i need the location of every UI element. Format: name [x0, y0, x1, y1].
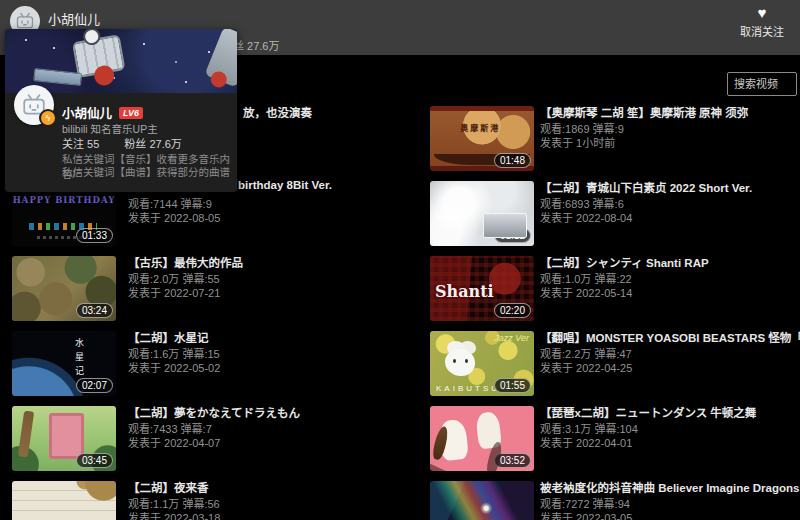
video-title[interactable]: 【二胡】夢をかなえてドラえもん: [128, 404, 400, 420]
thumbnail-text-2: Jazz Ver: [494, 333, 529, 343]
stars-decoration: [25, 39, 27, 41]
profile-avatar[interactable]: [14, 85, 54, 125]
video-date: 发表于 2022-04-07: [128, 434, 220, 450]
video-thumbnail[interactable]: 奥摩斯港 01:48: [430, 106, 534, 171]
duration-badge: 01:48: [494, 153, 531, 168]
video-title[interactable]: 【二胡】夜来香: [128, 479, 400, 495]
video-title[interactable]: 【古乐】最伟大的作品: [128, 254, 400, 270]
thumbnail-text: HAPPY BIRTHDAY: [12, 195, 116, 205]
thumbnail-text: Shanti: [435, 282, 494, 301]
video-item[interactable]: 01:12 【二胡】青城山下白素贞 2022 Short Ver. 观看:689…: [430, 178, 800, 253]
search-input[interactable]: [727, 72, 797, 96]
video-thumbnail[interactable]: 01:12: [430, 181, 534, 246]
video-title[interactable]: 【翻唱】MONSTER YOASOBI BEASTARS 怪物「Kaibutsu…: [540, 329, 800, 345]
video-item[interactable]: 03:52 【琵琶x二胡】ニュートンダンス 牛顿之舞 观看:3.1万 弹幕:10…: [430, 403, 800, 478]
duration-badge: 02:07: [76, 378, 113, 393]
video-date: 发表于 1小时前: [540, 134, 615, 150]
character-illustration: [82, 29, 102, 46]
video-thumbnail[interactable]: Shanti 02:20: [430, 256, 534, 321]
duration-badge: 02:20: [494, 303, 531, 318]
video-item[interactable]: 03:45 【二胡】夢をかなえてドラえもん 观看:7433 弹幕:7 发表于 2…: [12, 403, 402, 478]
profile-banner: [5, 29, 237, 93]
video-date: 发表于 2022-08-05: [128, 209, 220, 225]
video-item[interactable]: 被老衲度化的抖音神曲 Believer Imagine Dragons 观看:7…: [430, 478, 800, 520]
rabbit-eyes-decoration: [453, 359, 456, 363]
username: 小胡仙儿: [48, 9, 100, 28]
profile-card: 小胡仙儿 LV6 bilibili 知名音乐UP主 关注 55 粉丝 27.6万…: [5, 29, 237, 192]
video-title[interactable]: 【二胡】シャンティ Shanti RAP: [540, 254, 800, 270]
level-badge: LV6: [119, 107, 143, 119]
duration-badge: 01:33: [76, 228, 113, 243]
video-date: 发表于 2022-04-25: [540, 359, 632, 375]
video-item[interactable]: 【二胡】夜来香 观看:1.1万 弹幕:56 发表于 2022-03-18: [12, 478, 402, 520]
unfollow-label: 取消关注: [730, 23, 794, 39]
video-item[interactable]: 03:24 【古乐】最伟大的作品 观看:2.0万 弹幕:55 发表于 2022-…: [12, 253, 402, 328]
satellite-illustration: [58, 32, 130, 85]
video-title[interactable]: 【二胡】水星记: [128, 329, 400, 345]
bio-line-2: 私信关键词【曲谱】获得部分的曲谱: [62, 164, 230, 179]
video-date: 发表于 2022-03-05: [540, 509, 632, 520]
video-item[interactable]: KAIBUTSU Jazz Ver 01:55 【翻唱】MONSTER YOAS…: [430, 328, 800, 403]
profile-stats: 关注 55 粉丝 27.6万: [62, 135, 204, 151]
duration-badge: 03:45: [76, 453, 113, 468]
solar-panel: [33, 68, 82, 86]
followers-stat[interactable]: 粉丝 27.6万: [124, 138, 181, 150]
video-thumbnail[interactable]: 03:45: [12, 406, 116, 471]
thumbnail-text: 奥摩斯港: [460, 122, 500, 133]
profile-subtitle: bilibili 知名音乐UP主: [62, 121, 158, 136]
video-thumbnail[interactable]: [430, 481, 534, 520]
video-thumbnail[interactable]: [12, 481, 116, 520]
video-date: 发表于 2022-05-14: [540, 284, 632, 300]
video-item[interactable]: 奥摩斯港 01:48 【奥摩斯琴 二胡 笙】奥摩斯港 原神 须弥 观看:1869…: [430, 103, 800, 178]
duration-badge: 01:55: [494, 378, 531, 393]
satellite-illustration-2: [204, 29, 237, 87]
profile-name[interactable]: 小胡仙儿: [62, 103, 112, 122]
duration-badge: 03:24: [76, 303, 113, 318]
unfollow-button[interactable]: 取消关注: [730, 5, 794, 39]
duration-badge: 01:12: [494, 228, 531, 243]
thumbnail-text: KAIBUTSU: [436, 384, 500, 393]
video-date: 发表于 2022-07-21: [128, 284, 220, 300]
duration-badge: 03:52: [494, 453, 531, 468]
video-date: 发表于 2022-04-01: [540, 434, 632, 450]
following-stat[interactable]: 关注 55: [62, 138, 99, 150]
video-item[interactable]: 水星记 02:07 【二胡】水星记 观看:1.6万 弹幕:15 发表于 2022…: [12, 328, 402, 403]
video-thumbnail[interactable]: 水星记 02:07: [12, 331, 116, 396]
bilibili-tv-icon: [15, 11, 35, 31]
video-title[interactable]: 被老衲度化的抖音神曲 Believer Imagine Dragons: [540, 479, 800, 495]
video-title[interactable]: 【琵琶x二胡】ニュートンダンス 牛顿之舞: [540, 404, 800, 420]
video-thumbnail[interactable]: KAIBUTSU Jazz Ver 01:55: [430, 331, 534, 396]
lightning-badge-icon: [39, 109, 57, 127]
video-item[interactable]: Shanti 02:20 【二胡】シャンティ Shanti RAP 观看:1.0…: [430, 253, 800, 328]
video-date: 发表于 2022-05-02: [128, 359, 220, 375]
video-date: 发表于 2022-08-04: [540, 209, 632, 225]
video-date: 发表于 2022-03-18: [128, 509, 220, 520]
video-thumbnail[interactable]: 03:52: [430, 406, 534, 471]
video-title[interactable]: 【二胡】青城山下白素贞 2022 Short Ver.: [540, 179, 800, 195]
heart-icon: [730, 5, 794, 21]
video-thumbnail[interactable]: 03:24: [12, 256, 116, 321]
thumbnail-text: 水星记: [73, 338, 86, 380]
video-title[interactable]: 【奥摩斯琴 二胡 笙】奥摩斯港 原神 须弥: [540, 104, 800, 120]
